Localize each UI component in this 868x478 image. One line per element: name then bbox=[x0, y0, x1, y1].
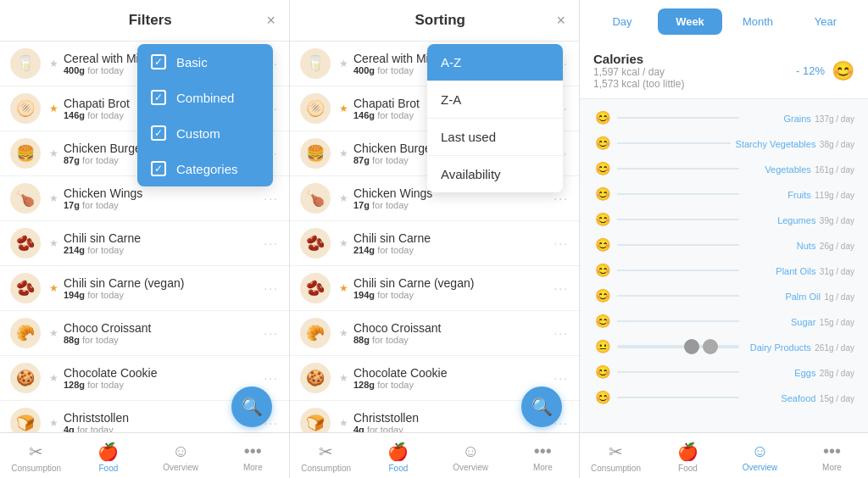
food-weight: 194g bbox=[64, 290, 85, 300]
sort-item[interactable]: A-Z bbox=[427, 44, 563, 81]
tab-month[interactable]: Month bbox=[726, 8, 790, 35]
nav-item-overview[interactable]: ☺ Overview bbox=[145, 440, 217, 475]
nav-item-more[interactable]: ••• More bbox=[217, 440, 289, 475]
search-fab-filters[interactable]: 🔍 bbox=[231, 386, 272, 427]
nav-item-consumption[interactable]: ✂ Consumption bbox=[290, 440, 362, 475]
filters-title: Filters bbox=[34, 12, 266, 29]
nutrient-row: 😐 Dairy Products 261g / day bbox=[593, 335, 854, 358]
list-item[interactable]: 🫘 ★ Chili sin Carne (vegan) 194g for tod… bbox=[0, 266, 289, 311]
list-item[interactable]: 🫘 ★ Chili sin Carne (vegan) 194g for tod… bbox=[290, 266, 579, 311]
list-item[interactable]: 🥐 ★ Choco Croissant 88g for today ··· bbox=[0, 311, 289, 356]
food-weight: 88g bbox=[64, 335, 80, 345]
menu-dots[interactable]: ··· bbox=[554, 326, 569, 340]
nutrient-smiley: 😊 bbox=[593, 288, 612, 303]
star-icon: ★ bbox=[49, 282, 58, 294]
search-fab-sorting[interactable]: 🔍 bbox=[521, 386, 562, 427]
sort-item[interactable]: Availability bbox=[427, 156, 563, 192]
menu-dots[interactable]: ··· bbox=[264, 371, 279, 385]
list-item[interactable]: 🥐 ★ Choco Croissant 88g for today ··· bbox=[290, 311, 579, 356]
menu-dots[interactable]: ··· bbox=[264, 326, 279, 340]
food-sub: 214g for today bbox=[353, 245, 554, 255]
food-weight: 87g bbox=[64, 155, 80, 165]
nav-item-food[interactable]: 🍎 Food bbox=[652, 440, 724, 475]
food-weight: 400g bbox=[64, 65, 85, 75]
nutrient-name: Starchy Vegetables bbox=[736, 139, 816, 149]
sort-item[interactable]: Z-A bbox=[427, 81, 563, 119]
food-label: for today bbox=[87, 290, 124, 300]
nutrient-line bbox=[617, 320, 739, 322]
nav-item-food[interactable]: 🍎 Food bbox=[72, 440, 144, 475]
filter-item[interactable]: Custom bbox=[137, 115, 273, 151]
tab-day[interactable]: Day bbox=[590, 8, 654, 35]
nutrient-name: Legumes bbox=[777, 215, 815, 225]
food-label: for today bbox=[82, 155, 119, 165]
nav-item-more[interactable]: ••• More bbox=[507, 440, 579, 475]
nutrient-slider[interactable] bbox=[617, 345, 739, 348]
filter-label: Custom bbox=[176, 126, 220, 141]
food-label: for today bbox=[77, 425, 114, 432]
filter-item[interactable]: Combined bbox=[137, 80, 273, 115]
nav-icon: 🍎 bbox=[387, 442, 409, 462]
menu-dots[interactable]: ··· bbox=[554, 371, 569, 385]
menu-dots[interactable]: ··· bbox=[264, 281, 279, 295]
food-icon: 🥛 bbox=[10, 48, 41, 79]
nutrient-smiley: 😊 bbox=[593, 390, 612, 405]
nav-item-overview[interactable]: ☺ Overview bbox=[724, 440, 796, 475]
nutrient-line bbox=[617, 270, 739, 271]
tab-week[interactable]: Week bbox=[658, 8, 722, 35]
nutrient-name: Fruits bbox=[787, 190, 811, 200]
filter-item[interactable]: Basic bbox=[137, 44, 273, 80]
nav-label: More bbox=[822, 463, 842, 472]
food-icon: 🫘 bbox=[10, 273, 41, 303]
calories-title: Calories bbox=[593, 52, 796, 66]
nutrient-smiley: 😊 bbox=[593, 237, 612, 253]
food-icon: 🍞 bbox=[10, 408, 41, 432]
nav-label: Food bbox=[678, 464, 698, 473]
food-icon: 🫓 bbox=[10, 93, 41, 124]
nutrient-name: Grains bbox=[783, 114, 810, 124]
food-name: Chili sin Carne bbox=[353, 231, 554, 245]
food-label: for today bbox=[372, 200, 409, 210]
sorting-close-button[interactable]: × bbox=[556, 13, 565, 28]
menu-dots[interactable]: ··· bbox=[554, 281, 569, 295]
menu-dots[interactable]: ··· bbox=[264, 236, 279, 250]
overview-bottom-nav: ✂ Consumption 🍎 Food ☺ Overview ••• More bbox=[580, 432, 868, 478]
food-weight: 4g bbox=[353, 425, 364, 432]
list-item[interactable]: 🫘 ★ Chili sin Carne 214g for today ··· bbox=[0, 221, 289, 266]
food-label: for today bbox=[82, 200, 119, 210]
nav-icon: 🍎 bbox=[677, 442, 698, 462]
star-icon: ★ bbox=[339, 372, 348, 384]
nav-label: Overview bbox=[163, 463, 198, 472]
food-name: Chili sin Carne bbox=[64, 231, 264, 245]
nutrient-info: Eggs 28g / day bbox=[744, 364, 854, 380]
menu-dots[interactable]: ··· bbox=[264, 192, 279, 205]
filters-panel: Filters × 🥛 ★ Cereal with Milk 400g for … bbox=[0, 0, 290, 478]
nav-item-food[interactable]: 🍎 Food bbox=[362, 440, 434, 475]
food-sub: 214g for today bbox=[64, 245, 264, 255]
nav-item-consumption[interactable]: ✂ Consumption bbox=[580, 440, 652, 475]
nutrient-row: 😊 Sugar 15g / day bbox=[593, 309, 854, 333]
nutrient-smiley: 😊 bbox=[593, 314, 612, 329]
nutrient-row: 😊 Starchy Vegetables 38g / day bbox=[593, 131, 854, 155]
nutrient-name: Dairy Products bbox=[750, 342, 811, 353]
calories-too-little: 1,573 kcal (too little) bbox=[593, 78, 796, 90]
nutrient-row: 😊 Fruits 119g / day bbox=[593, 182, 854, 206]
menu-dots[interactable]: ··· bbox=[554, 236, 569, 250]
sort-item[interactable]: Last used bbox=[427, 119, 563, 156]
filters-close-button[interactable]: × bbox=[266, 13, 275, 28]
list-item[interactable]: 🫘 ★ Chili sin Carne 214g for today ··· bbox=[290, 221, 579, 266]
nutrient-row: 😊 Vegetables 161g / day bbox=[593, 157, 854, 181]
food-icon: 🍪 bbox=[10, 363, 41, 393]
menu-dots[interactable]: ··· bbox=[554, 192, 569, 205]
filter-item[interactable]: Categories bbox=[137, 151, 273, 186]
nutrient-info: Palm Oil 1g / day bbox=[744, 288, 854, 303]
nutrient-value: 26g / day bbox=[820, 242, 854, 251]
nav-item-overview[interactable]: ☺ Overview bbox=[435, 440, 507, 475]
calories-smiley: 😊 bbox=[832, 60, 854, 82]
sort-label: Z-A bbox=[441, 92, 461, 107]
filter-label: Combined bbox=[176, 91, 234, 105]
tab-year[interactable]: Year bbox=[793, 8, 858, 35]
nav-item-more[interactable]: ••• More bbox=[796, 440, 868, 475]
nav-item-consumption[interactable]: ✂ Consumption bbox=[0, 440, 72, 475]
nutrient-row: 😊 Legumes 39g / day bbox=[593, 208, 854, 231]
